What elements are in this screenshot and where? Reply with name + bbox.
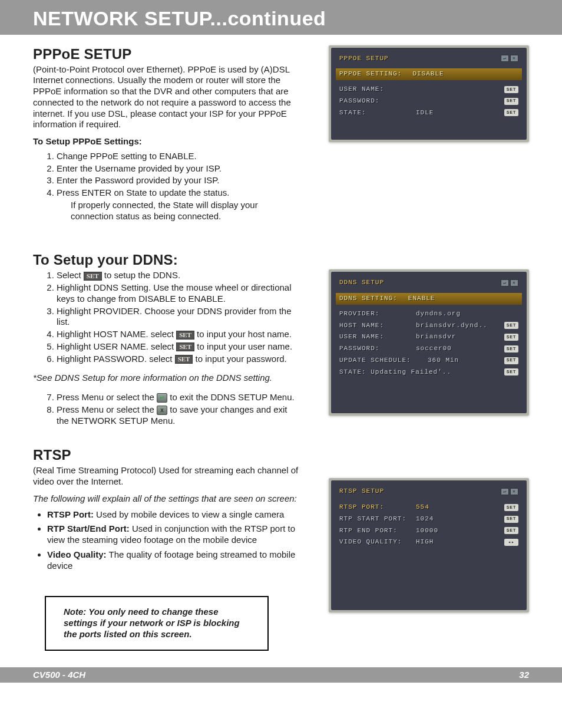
ddns-steps-2: Press Menu or select the ↵ to exit the D…	[57, 392, 302, 426]
pppoe-step-4-note: If properly connected, the State will di…	[71, 200, 302, 222]
ddns-step-8: Press Menu or select the x to save your …	[57, 404, 302, 427]
dvr2-row-password: PASSWORD:soccer00SET	[336, 343, 522, 355]
close-icon: ✕	[510, 55, 518, 62]
footer-bar: CV500 - 4CH 32	[0, 667, 562, 683]
close-icon: ✕	[510, 488, 518, 495]
set-button: SET	[504, 322, 518, 329]
set-button: SET	[504, 345, 518, 353]
dvr3-titlebar-icons: ↵✕	[501, 488, 518, 495]
set-button: SET	[504, 368, 518, 375]
close-icon: ✕	[510, 279, 518, 286]
note-box: Note: You only need to change these sett…	[45, 596, 269, 650]
dvr2-row-state: STATE: Updating Failed'..SET	[336, 367, 522, 378]
ddns-step-3: Highlight PROVIDER. Choose your DDNS pro…	[57, 306, 302, 328]
dvr1-row-state: STATE:IDLESET	[336, 107, 522, 119]
set-icon: SET	[176, 331, 194, 340]
page-body: PPPoE SETUP (Point-to-Point Protocol ove…	[0, 45, 562, 651]
set-button: SET	[504, 98, 518, 105]
pppoe-steps: Change PPPoE setting to ENABLE. Enter th…	[57, 151, 302, 222]
rtsp-desc: (Real Time Streaming Protocol) Used for …	[33, 465, 302, 487]
set-button: SET	[504, 109, 518, 116]
dvr2-row-hostname: HOST NAME:briansdvr.dynd..SET	[336, 320, 522, 332]
pppoe-step-3: Enter the Password provided by your ISP.	[57, 175, 302, 186]
dvr1-title: PPPOE SETUP	[339, 55, 389, 63]
rtsp-bullet-2: RTP Start/End Port: Used in conjunction …	[47, 523, 302, 546]
enter-icon: ↵	[157, 393, 167, 403]
footer-model: CV500 - 4CH	[33, 670, 85, 681]
dvr3-row-rtp-start: RTP START PORT:1024SET	[336, 513, 522, 525]
set-button: SET	[504, 504, 518, 511]
dvr1-row-password: PASSWORD:SET	[336, 95, 522, 107]
ddns-step-2: Highlight DDNS Setting. Use the mouse wh…	[57, 282, 302, 305]
ddns-step-6: Highlight PASSWORD. select SET to input …	[57, 354, 302, 365]
dvr3-row-rtp-end: RTP END PORT:10000SET	[336, 525, 522, 537]
dvr1-row-username: USER NAME:SET	[336, 84, 522, 95]
set-button: SET	[504, 86, 518, 93]
ddns-step-1: Select SET to setup the DDNS.	[57, 270, 302, 281]
dvr3-row-rtsp-port: RTSP PORT:554SET	[336, 502, 522, 513]
ddns-screenshot: DDNS SETUP ↵✕ DDNS SETTING: ENABLE PROVI…	[329, 269, 529, 416]
set-button: SET	[504, 527, 518, 534]
pppoe-step-2: Enter the Username provided by your ISP.	[57, 163, 302, 174]
set-button: SET	[504, 357, 518, 364]
rtsp-heading: RTSP	[33, 446, 302, 464]
enter-icon: ↵	[501, 55, 509, 62]
set-icon: SET	[84, 272, 102, 281]
set-button: SET	[504, 516, 518, 523]
close-icon: x	[157, 406, 167, 415]
left-column: PPPoE SETUP (Point-to-Point Protocol ove…	[33, 45, 302, 651]
rtsp-bullets: RTSP Port: Used by mobile devices to vie…	[47, 509, 302, 572]
dvr3-row-video-quality: VIDEO QUALITY:HIGH◂▸	[336, 536, 522, 548]
dvr1-titlebar-icons: ↵✕	[501, 55, 518, 62]
dvr2-titlebar-icons: ↵✕	[501, 279, 518, 286]
ddns-note: *See DDNS Setup for more information on …	[33, 373, 302, 384]
pppoe-desc: (Point-to-Point Protocol over Ethernet).…	[33, 64, 302, 131]
pppoe-step-4: Press ENTER on State to update the statu…	[57, 187, 302, 222]
ddns-heading: To Setup your DDNS:	[33, 251, 302, 269]
dvr2-row-schedule: UPDATE SCHEDULE:360 MinSET	[336, 355, 522, 367]
pppoe-step-4-text: Press ENTER on State to update the statu…	[57, 187, 230, 197]
rtsp-bullet-1: RTSP Port: Used by mobile devices to vie…	[47, 509, 302, 521]
dvr3-title: RTSP SETUP	[339, 487, 384, 496]
dvr2-row-username: USER NAME:briansdvrSET	[336, 331, 522, 343]
rtsp-explain: The following will explain all of the se…	[33, 493, 302, 505]
ddns-step-5: Highlight USER NAME. select SET to input…	[57, 341, 302, 353]
rtsp-bullet-3: Video Quality: The quality of footage be…	[47, 549, 302, 572]
right-column: PPPOE SETUP ↵✕ PPPOE SETTING: DISABLE US…	[313, 45, 529, 651]
pppoe-setup-label: To Setup PPPoE Settings:	[33, 136, 302, 147]
pppoe-heading: PPPoE SETUP	[33, 45, 302, 63]
dvr1-setting-bar: PPPOE SETTING: DISABLE	[336, 68, 522, 80]
ddns-step-7: Press Menu or select the ↵ to exit the D…	[57, 392, 302, 403]
ddns-step-4: Highlight HOST NAME. select SET to input…	[57, 329, 302, 340]
enter-icon: ↵	[501, 279, 509, 286]
page-title: NETWORK SETUP...continued	[33, 6, 562, 31]
set-button: SET	[504, 334, 518, 341]
set-icon: SET	[175, 355, 193, 364]
ddns-steps: Select SET to setup the DDNS. Highlight …	[57, 270, 302, 364]
pppoe-step-1: Change PPPoE setting to ENABLE.	[57, 151, 302, 162]
page-banner: NETWORK SETUP...continued	[0, 0, 562, 35]
enter-icon: ↵	[501, 488, 509, 495]
dvr2-row-provider: PROVIDER:dyndns.org	[336, 308, 522, 320]
note-text: Note: You only need to change these sett…	[64, 607, 250, 640]
footer-page-number: 32	[519, 670, 529, 681]
dvr2-title: DDNS SETUP	[339, 279, 384, 287]
dvr2-setting-bar: DDNS SETTING: ENABLE	[336, 293, 522, 305]
set-icon: SET	[176, 342, 194, 351]
pppoe-screenshot: PPPOE SETUP ↵✕ PPPOE SETTING: DISABLE US…	[329, 45, 529, 143]
rtsp-screenshot: RTSP SETUP ↵✕ RTSP PORT:554SET RTP START…	[329, 478, 529, 612]
nav-arrows-icon: ◂▸	[504, 539, 518, 546]
